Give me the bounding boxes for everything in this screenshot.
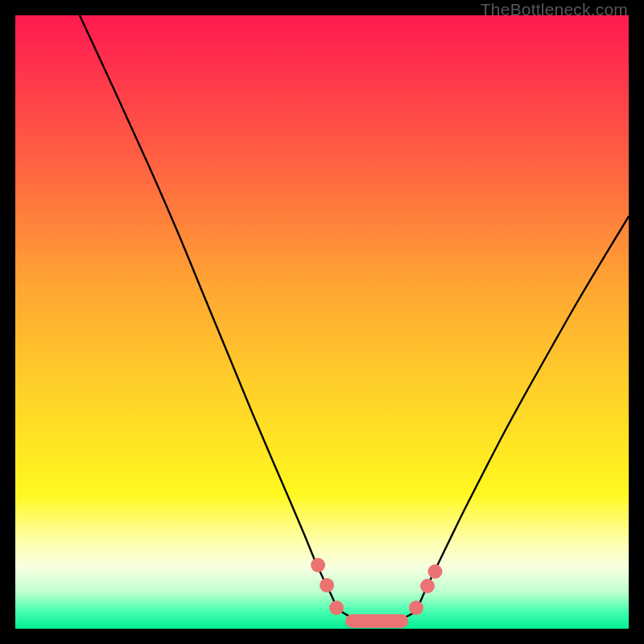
- valley-flat-bar: [345, 614, 408, 628]
- watermark-text: TheBottleneck.com: [481, 0, 628, 19]
- node-marker-5: [428, 564, 443, 579]
- node-marker-0: [311, 558, 325, 572]
- right-curve: [418, 217, 629, 608]
- chart-svg: [15, 15, 629, 629]
- curve-lines: [80, 15, 629, 621]
- node-marker-3: [409, 601, 423, 615]
- node-marker-2: [329, 601, 344, 615]
- chart-frame: [15, 15, 629, 629]
- node-marker-4: [420, 579, 435, 593]
- node-marker-1: [320, 578, 334, 592]
- left-curve: [80, 15, 336, 608]
